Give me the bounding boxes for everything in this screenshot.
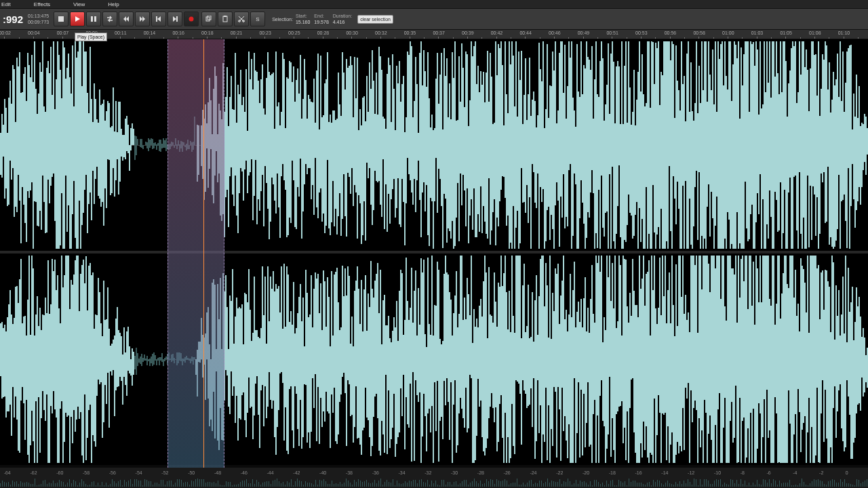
db-tick: -12 xyxy=(688,470,694,475)
selection-end: End:19.578 xyxy=(314,13,328,25)
db-tick: -24 xyxy=(530,470,536,475)
db-ruler: -64-62-60-58-56-54-52-50-48-46-44-42-40-… xyxy=(0,468,868,488)
db-tick: -38 xyxy=(346,470,353,475)
db-tick: -28 xyxy=(477,470,484,475)
db-tick: 0 xyxy=(846,470,848,475)
menu-edit[interactable]: Edit xyxy=(1,1,11,7)
channel-left[interactable] xyxy=(0,39,868,251)
selection-start: Start:15.160 xyxy=(296,13,310,25)
selection-readout: Selection: Start:15.160 End:19.578 Durat… xyxy=(272,13,393,25)
db-tick: -32 xyxy=(425,470,431,475)
silence-button[interactable]: S xyxy=(250,12,265,26)
db-tick: -58 xyxy=(83,470,90,475)
svg-marker-9 xyxy=(157,16,161,22)
svg-marker-5 xyxy=(126,16,129,22)
svg-point-12 xyxy=(189,17,194,22)
play-button[interactable] xyxy=(70,12,85,26)
db-tick: -52 xyxy=(161,470,168,475)
record-button[interactable] xyxy=(184,12,199,26)
pause-button[interactable] xyxy=(86,12,101,26)
waveform-area[interactable] xyxy=(0,39,868,468)
db-tick: -60 xyxy=(56,470,63,475)
db-tick: -48 xyxy=(214,470,221,475)
skip-start-button[interactable] xyxy=(151,12,166,26)
svg-rect-8 xyxy=(156,16,157,22)
svg-rect-11 xyxy=(176,16,178,22)
svg-rect-2 xyxy=(91,16,93,22)
db-tick: -56 xyxy=(109,470,116,475)
svg-marker-6 xyxy=(140,16,142,22)
timeline-ruler[interactable]: 00:0200:0400:0700:0900:1100:1400:1600:18… xyxy=(0,30,868,39)
position-main: :992 xyxy=(3,14,23,24)
svg-rect-16 xyxy=(224,16,226,17)
edit-buttons: S xyxy=(201,12,265,26)
ruler-tick: 00:35 xyxy=(404,30,416,35)
menu-view[interactable]: View xyxy=(73,1,85,7)
db-tick: -64 xyxy=(4,470,11,475)
db-tick: -44 xyxy=(267,470,274,475)
ruler-tick: 00:14 xyxy=(144,30,156,35)
ruler-tick: 00:44 xyxy=(519,30,532,35)
db-tick: -34 xyxy=(398,470,405,475)
menu-bar: Edit Effects View Help xyxy=(0,0,868,8)
playhead[interactable] xyxy=(203,39,204,468)
ruler-tick: 00:46 xyxy=(549,30,561,35)
ruler-tick: 00:23 xyxy=(259,30,271,35)
position-secondary: 01:13:475 00:09:773 xyxy=(26,13,51,25)
ruler-tick: 00:25 xyxy=(288,30,300,35)
ruler-tick: 00:58 xyxy=(693,30,705,35)
db-tick: -20 xyxy=(583,470,589,475)
svg-text:S: S xyxy=(256,16,260,22)
db-tick: -62 xyxy=(30,470,37,475)
clear-selection-button[interactable]: clear selection xyxy=(357,15,393,24)
cut-button[interactable] xyxy=(234,12,249,26)
selection-region[interactable] xyxy=(167,39,224,468)
db-tick: -42 xyxy=(293,470,300,475)
db-tick: -8 xyxy=(741,470,745,475)
stop-button[interactable] xyxy=(54,12,68,26)
svg-marker-4 xyxy=(123,16,126,22)
ruler-tick: 00:51 xyxy=(606,30,618,35)
toolbar: :992 01:13:475 00:09:773 S Selection: St… xyxy=(0,8,868,30)
db-tick: -26 xyxy=(504,470,511,475)
ruler-tick: 00:04 xyxy=(28,30,40,35)
copy-button[interactable] xyxy=(201,12,216,26)
ruler-tick: 00:32 xyxy=(375,30,387,35)
channel-right[interactable] xyxy=(0,253,868,465)
ruler-tick: 01:08 xyxy=(809,30,821,35)
selection-label: Selection: xyxy=(272,16,293,22)
db-tick: -18 xyxy=(609,470,616,475)
paste-button[interactable] xyxy=(218,12,233,26)
ruler-tick: 01:00 xyxy=(722,30,734,35)
forward-button[interactable] xyxy=(135,12,150,26)
ruler-tick: 01:10 xyxy=(838,30,850,35)
ruler-tick: 00:21 xyxy=(231,30,243,35)
db-tick: -4 xyxy=(793,470,797,475)
db-tick: -2 xyxy=(819,470,823,475)
db-tick: -46 xyxy=(241,470,248,475)
menu-help[interactable]: Help xyxy=(108,1,119,7)
elapsed-time: 00:09:773 xyxy=(28,19,49,25)
loop-button[interactable] xyxy=(102,12,117,26)
db-tick: -54 xyxy=(136,470,142,475)
skip-end-button[interactable] xyxy=(167,12,182,26)
db-tick: -30 xyxy=(451,470,458,475)
svg-marker-10 xyxy=(173,16,176,22)
db-tick: -36 xyxy=(372,470,379,475)
svg-rect-3 xyxy=(94,16,96,22)
db-tick: -16 xyxy=(635,470,642,475)
svg-marker-1 xyxy=(75,16,80,22)
ruler-tick: 00:39 xyxy=(462,30,474,35)
ruler-tick: 00:11 xyxy=(115,30,127,35)
db-tick: -50 xyxy=(188,470,195,475)
ruler-tick: 00:07 xyxy=(57,30,69,35)
ruler-tick: 00:37 xyxy=(433,30,445,35)
menu-effects[interactable]: Effects xyxy=(34,1,50,7)
svg-rect-15 xyxy=(223,16,227,22)
ruler-tick: 00:56 xyxy=(665,30,677,35)
rewind-button[interactable] xyxy=(119,12,134,26)
ruler-tick: 01:03 xyxy=(751,30,764,35)
position-display: :992 xyxy=(1,14,24,24)
db-tick: -10 xyxy=(714,470,721,475)
db-tick: -14 xyxy=(661,470,668,475)
